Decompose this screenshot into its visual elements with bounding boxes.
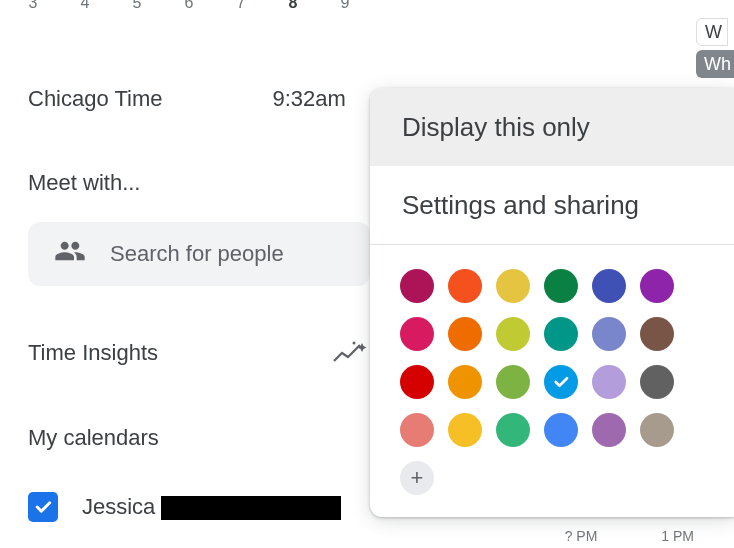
color-swatch[interactable] (592, 269, 626, 303)
calendar-owner-name: Jessica (82, 494, 341, 520)
calendar-checkbox[interactable] (28, 492, 58, 522)
color-swatch[interactable] (592, 413, 626, 447)
color-swatch[interactable] (496, 317, 530, 351)
timezone-label: Chicago Time (28, 86, 163, 112)
calendar-item[interactable]: Jessica (28, 492, 341, 522)
color-swatch[interactable] (448, 413, 482, 447)
my-calendars-header[interactable]: My calendars (28, 425, 159, 451)
color-swatch[interactable] (544, 413, 578, 447)
meet-with-header[interactable]: Meet with... (28, 170, 140, 196)
color-swatch[interactable] (400, 269, 434, 303)
settings-and-sharing-item[interactable]: Settings and sharing (370, 166, 734, 244)
mini-calendar-day[interactable]: 8 (286, 0, 300, 12)
color-swatch[interactable] (544, 269, 578, 303)
display-this-only-item[interactable]: Display this only (370, 88, 734, 166)
mini-calendar-day[interactable]: 4 (78, 0, 92, 12)
color-swatch[interactable] (448, 317, 482, 351)
color-swatch[interactable] (640, 413, 674, 447)
people-icon (54, 235, 86, 273)
search-people-input[interactable]: Search for people (28, 222, 370, 286)
search-people-placeholder: Search for people (110, 241, 284, 267)
color-swatch[interactable] (448, 269, 482, 303)
time-insights-label: Time Insights (28, 340, 158, 366)
color-swatch[interactable] (544, 317, 578, 351)
color-swatch[interactable] (640, 269, 674, 303)
grid-time-labels: ? PM 1 PM (565, 528, 694, 544)
color-swatch[interactable] (592, 365, 626, 399)
mini-calendar-day[interactable]: 3 (26, 0, 40, 12)
color-swatch[interactable] (400, 365, 434, 399)
color-swatch[interactable] (640, 365, 674, 399)
mini-calendar-days: 3456789 (26, 0, 352, 12)
color-swatch[interactable] (400, 317, 434, 351)
color-swatch-grid: + (370, 245, 734, 499)
timezone-value: 9:32am (273, 86, 346, 112)
color-swatch[interactable] (400, 413, 434, 447)
svg-point-0 (353, 342, 356, 345)
calendar-context-menu: Display this only Settings and sharing + (370, 88, 734, 517)
mini-calendar-day[interactable]: 9 (338, 0, 352, 12)
add-color-button[interactable]: + (400, 461, 434, 495)
redacted-lastname (161, 496, 341, 520)
color-swatch[interactable] (448, 365, 482, 399)
mini-calendar-day[interactable]: 5 (130, 0, 144, 12)
event-chip[interactable]: Wh (696, 50, 734, 78)
event-chip[interactable]: W (696, 18, 728, 46)
sparkle-icon (332, 341, 368, 365)
color-swatch[interactable] (640, 317, 674, 351)
color-swatch[interactable] (496, 269, 530, 303)
color-swatch[interactable] (592, 317, 626, 351)
mini-calendar-day[interactable]: 6 (182, 0, 196, 12)
color-swatch[interactable] (496, 413, 530, 447)
time-insights-header[interactable]: Time Insights (28, 340, 368, 366)
color-swatch[interactable] (496, 365, 530, 399)
mini-calendar-day[interactable]: 7 (234, 0, 248, 12)
color-swatch[interactable] (544, 365, 578, 399)
